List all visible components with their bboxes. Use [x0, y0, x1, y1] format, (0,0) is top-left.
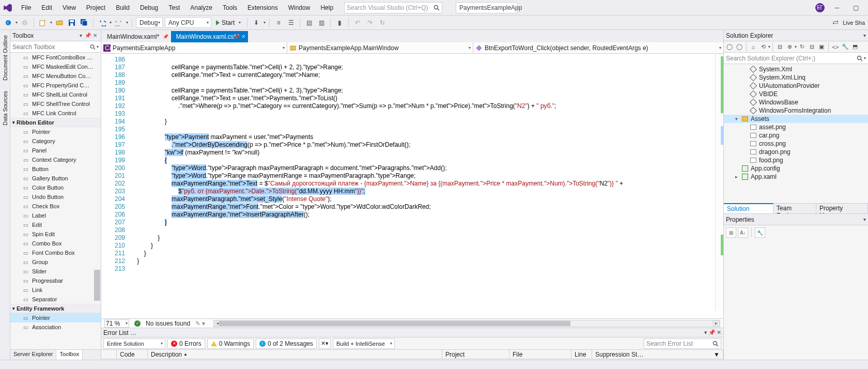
- open-button[interactable]: [54, 18, 65, 28]
- toolbox-item[interactable]: ▭Pointer: [10, 127, 101, 136]
- tree-item[interactable]: dragon.png: [724, 148, 868, 156]
- toolbox-item[interactable]: ▭MFC MaskedEdit Con…: [10, 62, 101, 71]
- toolbox-group[interactable]: ▾Ribbon Editor: [10, 118, 101, 127]
- nav-combo-project[interactable]: C# PaymentsExampleApp: [101, 42, 287, 53]
- config-dropdown[interactable]: Debug: [136, 17, 163, 28]
- prop-sort-button[interactable]: A↓: [738, 227, 748, 238]
- tree-item[interactable]: WindowsFormsIntegration: [724, 106, 868, 115]
- messages-filter-button[interactable]: i0 of 2 Messages: [256, 339, 317, 349]
- tree-item[interactable]: WindowsBase: [724, 98, 868, 106]
- se-home-icon[interactable]: ⌂: [749, 42, 758, 52]
- tree-item[interactable]: car.png: [724, 131, 868, 140]
- col-line[interactable]: Line: [571, 350, 592, 359]
- toolbox-dropdown-icon[interactable]: ▾: [77, 33, 84, 38]
- toolbox-item[interactable]: ▭Panel: [10, 146, 101, 155]
- platform-dropdown[interactable]: Any CPU: [165, 17, 211, 28]
- se-fwd-icon[interactable]: ◯: [735, 42, 744, 52]
- se-btn-b-icon[interactable]: ⊕: [785, 42, 794, 52]
- maximize-button[interactable]: ▢: [849, 3, 862, 13]
- toolbox-pin-icon[interactable]: 📌: [84, 33, 91, 38]
- toolbox-item[interactable]: ▭Gallery Button: [10, 174, 101, 183]
- nav-fwd-button[interactable]: [20, 18, 30, 28]
- warnings-filter-button[interactable]: 0 Warnings: [207, 339, 254, 349]
- toolbox-item[interactable]: ▭Color Button: [10, 183, 101, 192]
- menu-view[interactable]: View: [58, 2, 81, 13]
- vtab-data-sources[interactable]: Data Sources: [1, 88, 9, 129]
- nav-back-button[interactable]: [3, 18, 13, 28]
- toolbox-item[interactable]: ▭Pointer: [10, 313, 101, 322]
- zoom-dropdown[interactable]: 71 %: [104, 319, 129, 328]
- tool-btn-3[interactable]: ☰: [286, 18, 296, 28]
- toolbox-item[interactable]: ▭Spin Edit: [10, 229, 101, 239]
- prop-cat-button[interactable]: ⊞: [726, 227, 736, 238]
- close-icon[interactable]: ✕: [241, 34, 245, 39]
- toolbox-item[interactable]: ▭Check Box: [10, 202, 101, 211]
- uncomment-button[interactable]: ▥: [316, 18, 327, 28]
- tool-btn-b[interactable]: ↷: [365, 18, 375, 28]
- toolbox-item[interactable]: ▭Group: [10, 257, 101, 267]
- doc-tab-xaml[interactable]: MainWindow.xaml*📌: [102, 31, 171, 42]
- tree-item[interactable]: App.config: [724, 164, 868, 173]
- toolbox-item[interactable]: ▭Progressbar: [10, 276, 101, 285]
- menu-window[interactable]: Window: [284, 2, 315, 13]
- quick-launch-search[interactable]: Search Visual Studio (Ctrl+Q): [344, 2, 442, 13]
- toolbox-item[interactable]: ▭MFC ShellList Control: [10, 90, 101, 99]
- toolbox-item[interactable]: ▭MFC PropertyGrid C…: [10, 81, 101, 90]
- tool-btn-1[interactable]: ⬇: [251, 18, 261, 28]
- prop-wrench-icon[interactable]: 🔧: [755, 227, 765, 238]
- doc-tab-cs[interactable]: MainWindow.xaml.cs* 📌 ✕: [171, 31, 248, 42]
- menu-test[interactable]: Test: [164, 2, 184, 13]
- tree-item[interactable]: ▸App.xaml: [724, 173, 868, 181]
- col-code[interactable]: Code: [117, 350, 148, 359]
- nav-combo-class[interactable]: PaymentsExampleApp.MainWindow: [287, 42, 473, 53]
- pin-icon[interactable]: 📌: [708, 329, 716, 336]
- tree-item[interactable]: ▾Assets: [724, 115, 868, 123]
- tree-item[interactable]: UIAutomationProvider: [724, 82, 868, 90]
- menu-file[interactable]: File: [17, 2, 36, 13]
- se-btn-a-icon[interactable]: ⊟: [775, 42, 784, 52]
- redo-button[interactable]: [114, 18, 124, 28]
- tab-team-explorer[interactable]: Team Explorer: [773, 204, 816, 213]
- col-suppression[interactable]: Suppression St…▼: [592, 350, 723, 359]
- tree-item[interactable]: asset.png: [724, 123, 868, 131]
- col-project[interactable]: Project: [442, 350, 509, 359]
- scope-dropdown[interactable]: Entire Solution: [103, 339, 165, 349]
- menu-project[interactable]: Project: [82, 2, 110, 13]
- tree-item[interactable]: cross.png: [724, 140, 868, 148]
- tree-item[interactable]: System.Xml: [724, 65, 868, 73]
- clear-filter-button[interactable]: ✕▾: [319, 339, 331, 349]
- menu-extensions[interactable]: Extensions: [243, 2, 283, 13]
- tab-property-manager[interactable]: Property Manager: [816, 204, 868, 213]
- live-share-icon[interactable]: ⮂: [830, 18, 841, 28]
- start-debug-button[interactable]: Start: [213, 17, 243, 28]
- build-filter-dropdown[interactable]: Build + IntelliSense: [333, 339, 395, 349]
- new-item-button[interactable]: [38, 18, 48, 28]
- save-button[interactable]: [67, 18, 77, 28]
- vertical-scrollbar[interactable]: [715, 54, 723, 311]
- toolbox-search-input[interactable]: [12, 43, 90, 51]
- solution-tree[interactable]: System.XmlSystem.Xml.LinqUIAutomationPro…: [724, 64, 868, 203]
- dropdown-icon[interactable]: ▾: [704, 329, 707, 336]
- errors-filter-button[interactable]: ✕0 Errors: [167, 339, 205, 349]
- tab-toolbox[interactable]: Toolbox: [56, 350, 83, 360]
- nav-combo-method[interactable]: BtnExportToWord_Click(object sender, Rou…: [473, 42, 723, 53]
- tool-btn-a[interactable]: ↶: [352, 18, 363, 28]
- pin-icon[interactable]: 📌: [234, 34, 240, 39]
- toolbox-close-icon[interactable]: ✕: [91, 33, 99, 38]
- col-file[interactable]: File: [509, 350, 571, 359]
- menu-edit[interactable]: Edit: [37, 2, 57, 13]
- menu-tools[interactable]: Tools: [218, 2, 242, 13]
- toolbox-item[interactable]: ▭Font Combo Box: [10, 248, 101, 257]
- toolbox-item[interactable]: ▭Category: [10, 136, 101, 146]
- toolbox-item[interactable]: ▭Button: [10, 164, 101, 174]
- menu-help[interactable]: Help: [316, 2, 338, 13]
- horizontal-scrollbar[interactable]: ◂ ▸: [213, 320, 720, 327]
- user-avatar[interactable]: ЕГ: [815, 3, 825, 12]
- code-editor[interactable]: cellRange = paymentsTable."met">Cell(i +…: [130, 54, 723, 318]
- toolbox-item[interactable]: ▭Separator: [10, 295, 101, 304]
- toolbox-item[interactable]: ▭Label: [10, 211, 101, 220]
- toolbox-item[interactable]: ▭MFC MenuButton Co…: [10, 71, 101, 81]
- tool-btn-c[interactable]: ↻: [377, 18, 388, 28]
- live-share-label[interactable]: Live Sha: [843, 20, 865, 26]
- toolbox-item[interactable]: ▭Association: [10, 322, 101, 332]
